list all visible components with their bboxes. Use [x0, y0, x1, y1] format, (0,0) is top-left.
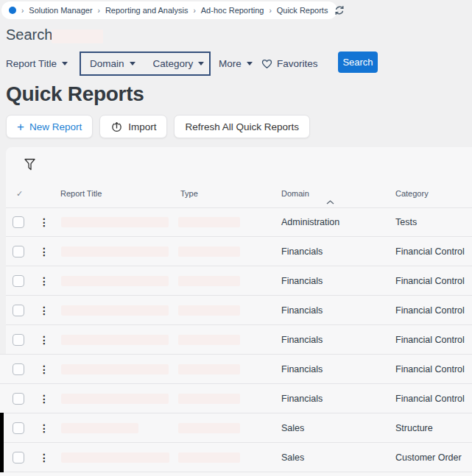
redacted-report-title: [61, 305, 169, 316]
breadcrumb-item[interactable]: Ad-hoc Reporting: [201, 6, 264, 15]
new-report-label: New Report: [29, 121, 82, 132]
row-domain: Financials: [281, 266, 323, 296]
row-domain: Financials: [281, 325, 323, 355]
row-category: Financial Control: [395, 355, 465, 384]
table-row[interactable]: ⋮ Sales Structure: [0, 413, 472, 443]
redacted-type: [178, 423, 240, 433]
favorites-toggle[interactable]: Favorites: [261, 51, 318, 76]
row-category: Financial Control: [395, 384, 465, 413]
column-header-type[interactable]: Type: [180, 189, 198, 198]
row-category: Financial Control: [395, 237, 465, 266]
row-category: Financial Control: [395, 266, 465, 296]
row-category: Customer Order: [395, 443, 462, 472]
page-title: Quick Reports: [6, 82, 144, 106]
redacted-type: [178, 364, 240, 374]
row-menu-dots-icon[interactable]: ⋮: [39, 355, 49, 384]
new-report-button[interactable]: + New Report: [6, 115, 93, 138]
chevron-right-icon: ›: [98, 7, 100, 15]
row-menu-dots-icon[interactable]: ⋮: [39, 207, 49, 237]
filter-category-label: Category: [153, 58, 194, 69]
row-menu-dots-icon[interactable]: ⋮: [39, 384, 49, 413]
row-checkbox[interactable]: [13, 305, 24, 316]
row-checkbox[interactable]: [13, 452, 24, 463]
filter-report-title-dropdown[interactable]: Report Title: [6, 51, 68, 76]
row-checkbox[interactable]: [13, 422, 24, 434]
heart-outline-icon: [261, 59, 272, 69]
row-checkbox[interactable]: [13, 216, 24, 228]
breadcrumb-item[interactable]: Reporting and Analysis: [105, 6, 189, 15]
row-domain: Sales: [281, 413, 304, 443]
search-button[interactable]: Search: [338, 51, 378, 73]
filter-category-dropdown[interactable]: Category: [153, 58, 205, 69]
column-header-category[interactable]: Category: [395, 189, 429, 198]
refresh-icon[interactable]: [334, 5, 345, 15]
screen-edge-artifact: [0, 413, 4, 472]
table-row[interactable]: ⋮ Financials Financial Control: [0, 355, 472, 384]
redacted-search-value: [52, 29, 103, 43]
redacted-type: [178, 452, 240, 463]
row-checkbox[interactable]: [13, 363, 24, 375]
row-domain: Financials: [281, 237, 323, 266]
import-button[interactable]: Import: [99, 115, 167, 138]
chevron-right-icon: ›: [269, 7, 271, 15]
column-header-domain[interactable]: Domain: [281, 189, 309, 198]
row-category: Financial Control: [395, 296, 465, 325]
redacted-report-title: [61, 335, 169, 345]
table-row[interactable]: ⋮ Financials Financial Control: [0, 325, 472, 355]
row-checkbox[interactable]: [13, 275, 24, 287]
row-domain: Sales: [281, 443, 304, 472]
breadcrumb-item[interactable]: Quick Reports: [277, 6, 328, 15]
chevron-down-icon: [62, 62, 68, 65]
filter-report-title-label: Report Title: [6, 58, 57, 69]
filter-more-dropdown[interactable]: More: [219, 51, 253, 76]
sort-ascending-icon[interactable]: [326, 200, 334, 205]
row-domain: Financials: [281, 296, 323, 325]
chevron-down-icon: [198, 62, 204, 65]
redacted-type: [178, 276, 240, 286]
search-section-title: Search: [6, 26, 52, 43]
chevron-right-icon: ›: [21, 7, 24, 15]
favorites-label: Favorites: [277, 58, 318, 69]
filter-bar: Report Title Domain Category More Favori…: [0, 51, 472, 76]
redacted-type: [178, 217, 240, 227]
toolbar: + New Report Import Refresh All Quick Re…: [6, 115, 310, 138]
redacted-type: [178, 246, 240, 257]
row-domain: Financials: [281, 384, 323, 413]
redacted-report-title: [61, 394, 169, 404]
redacted-type: [178, 335, 240, 345]
redacted-report-title: [61, 452, 169, 463]
row-menu-dots-icon[interactable]: ⋮: [39, 296, 49, 325]
home-indicator-dot-icon[interactable]: [9, 7, 16, 14]
breadcrumb-item[interactable]: Solution Manager: [29, 6, 92, 15]
column-header-report-title[interactable]: Report Title: [60, 189, 102, 198]
redacted-report-title: [61, 276, 169, 286]
redacted-type: [178, 305, 240, 316]
row-menu-dots-icon[interactable]: ⋮: [39, 325, 49, 355]
filter-domain-dropdown[interactable]: Domain: [90, 58, 135, 69]
row-checkbox[interactable]: [13, 393, 24, 405]
row-category: Structure: [395, 413, 433, 443]
row-menu-dots-icon[interactable]: ⋮: [39, 413, 49, 443]
row-checkbox[interactable]: [13, 334, 24, 346]
table-row[interactable]: ⋮ Financials Financial Control: [0, 296, 472, 325]
row-category: Financial Control: [395, 325, 465, 355]
redacted-type: [178, 394, 240, 404]
table-row[interactable]: ⋮ Financials Financial Control: [0, 237, 472, 266]
select-all-check-icon[interactable]: ✓: [16, 189, 23, 199]
row-checkbox[interactable]: [13, 246, 24, 257]
funnel-icon[interactable]: [21, 156, 38, 174]
table-row[interactable]: ⋮ Financials Financial Control: [0, 266, 472, 296]
import-label: Import: [128, 121, 156, 132]
refresh-all-button[interactable]: Refresh All Quick Reports: [174, 115, 310, 138]
table-row[interactable]: ⋮ Administration Tests: [0, 207, 472, 237]
table-row[interactable]: ⋮ Financials Financial Control: [0, 384, 472, 413]
table-row[interactable]: ⋮ Sales Customer Order: [0, 443, 472, 472]
row-domain: Financials: [281, 355, 323, 384]
row-menu-dots-icon[interactable]: ⋮: [39, 443, 49, 472]
filter-group-box: Domain Category: [80, 51, 211, 76]
row-menu-dots-icon[interactable]: ⋮: [39, 237, 49, 266]
table-body: ⋮ Administration Tests ⋮ Financials Fina…: [0, 207, 472, 472]
row-menu-dots-icon[interactable]: ⋮: [39, 266, 49, 296]
redacted-report-title: [61, 246, 169, 257]
chevron-right-icon: ›: [193, 7, 195, 15]
